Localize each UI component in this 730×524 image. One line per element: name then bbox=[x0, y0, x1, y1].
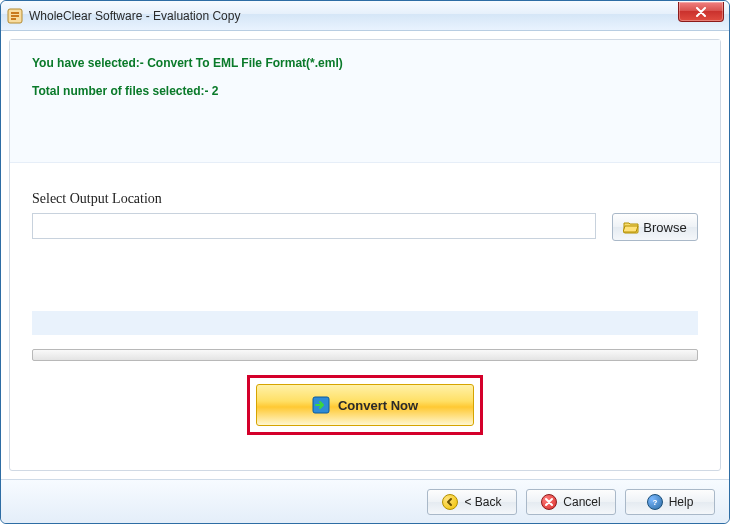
close-icon bbox=[695, 7, 707, 17]
progress-bar bbox=[32, 349, 698, 361]
back-label: < Back bbox=[464, 495, 501, 509]
help-icon: ? bbox=[647, 494, 663, 510]
svg-text:?: ? bbox=[652, 498, 657, 507]
output-path-input[interactable] bbox=[32, 213, 596, 239]
output-row: Browse bbox=[32, 213, 698, 241]
app-icon bbox=[7, 8, 23, 24]
client-area: You have selected:- Convert To EML File … bbox=[1, 31, 729, 479]
cancel-button[interactable]: Cancel bbox=[526, 489, 616, 515]
convert-highlight: Convert Now bbox=[247, 375, 483, 435]
back-button[interactable]: < Back bbox=[427, 489, 517, 515]
file-count-text: Total number of files selected:- 2 bbox=[32, 84, 698, 98]
browse-label: Browse bbox=[643, 220, 686, 235]
close-button[interactable] bbox=[678, 2, 724, 22]
browse-button[interactable]: Browse bbox=[612, 213, 698, 241]
info-block: You have selected:- Convert To EML File … bbox=[10, 40, 720, 163]
selected-format-text: You have selected:- Convert To EML File … bbox=[32, 56, 698, 70]
title-bar: WholeClear Software - Evaluation Copy bbox=[1, 1, 729, 31]
progress-area bbox=[10, 311, 720, 361]
folder-icon bbox=[623, 220, 639, 234]
convert-now-label: Convert Now bbox=[338, 398, 418, 413]
output-block: Select Output Location Browse bbox=[10, 163, 720, 241]
convert-wrap: Convert Now bbox=[10, 375, 720, 435]
app-window: WholeClear Software - Evaluation Copy Yo… bbox=[0, 0, 730, 524]
convert-icon bbox=[312, 396, 330, 414]
progress-placeholder bbox=[32, 311, 698, 335]
help-button[interactable]: ? Help bbox=[625, 489, 715, 515]
help-label: Help bbox=[669, 495, 694, 509]
convert-now-button[interactable]: Convert Now bbox=[256, 384, 474, 426]
window-title: WholeClear Software - Evaluation Copy bbox=[29, 9, 240, 23]
back-icon bbox=[442, 494, 458, 510]
footer-bar: < Back Cancel ? Help bbox=[1, 479, 729, 523]
main-panel: You have selected:- Convert To EML File … bbox=[9, 39, 721, 471]
cancel-label: Cancel bbox=[563, 495, 600, 509]
cancel-icon bbox=[541, 494, 557, 510]
output-location-label: Select Output Location bbox=[32, 191, 698, 207]
